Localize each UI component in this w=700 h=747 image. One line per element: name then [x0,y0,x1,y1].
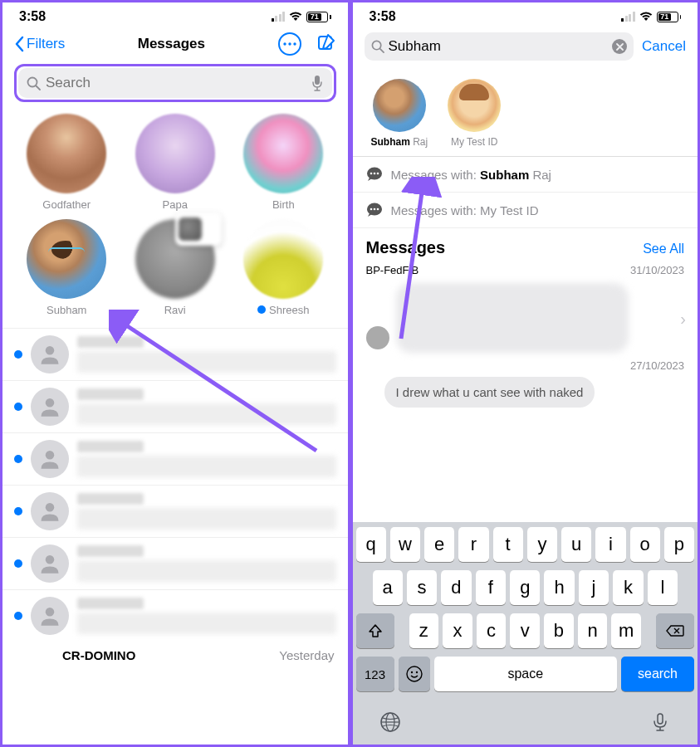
messages-with-link[interactable]: Messages with: Subham Raj [353,157,698,193]
compose-button[interactable] [316,32,336,56]
emoji-key[interactable] [399,657,430,691]
result-meta: BP-FedFiB 31/10/2023 [353,261,698,283]
keyboard-footer [356,700,695,738]
search-input[interactable] [46,75,306,91]
svg-line-15 [379,49,383,52]
keyboard: q w e r t y u i o p a s d f g h j k l z … [353,522,698,745]
key-t[interactable]: t [493,527,523,562]
key-p[interactable]: p [664,527,694,562]
avatar [27,114,106,193]
avatar [31,440,69,478]
key-c[interactable]: c [477,613,507,648]
search-box[interactable] [18,68,332,98]
dictation-icon[interactable] [649,711,671,733]
svg-point-24 [407,666,422,681]
status-icons: 71 [272,12,331,22]
pinned-contact-ravi[interactable]: Ravi [123,219,228,316]
person-icon [38,500,61,523]
key-x[interactable]: x [443,613,472,648]
key-o[interactable]: o [630,527,660,562]
search-field[interactable] [365,32,634,61]
numbers-key[interactable]: 123 [356,657,394,691]
key-row-1: q w e r t y u i o p [356,527,695,562]
key-a[interactable]: a [373,570,403,605]
pinned-contact-shreesh[interactable]: Shreesh [231,219,336,316]
pinned-contact-subham[interactable]: Subham [14,219,120,316]
clear-button[interactable] [612,39,627,54]
list-item[interactable] [2,589,348,642]
svg-rect-6 [315,76,320,85]
key-n[interactable]: n [578,613,608,648]
filters-button[interactable]: Filters [14,36,65,52]
avatar [31,388,69,426]
key-e[interactable]: e [424,527,454,562]
pinned-contact-birth[interactable]: Birth [231,114,336,211]
wifi-icon [639,12,653,22]
key-z[interactable]: z [409,613,439,648]
key-r[interactable]: r [458,527,488,562]
key-b[interactable]: b [544,613,574,648]
key-k[interactable]: k [613,570,643,605]
person-icon [38,395,61,418]
search-key[interactable]: search [621,657,694,691]
more-button[interactable] [278,32,301,56]
svg-point-19 [376,173,379,175]
key-s[interactable]: s [407,570,437,605]
pinned-contact-godfather[interactable]: Godfather [14,114,120,211]
key-u[interactable]: u [561,527,591,562]
key-l[interactable]: l [648,570,678,605]
mic-icon[interactable] [311,75,324,91]
compose-icon [316,32,336,52]
shift-key[interactable] [356,613,394,648]
messages-with-link[interactable]: Messages with: My Test ID [353,193,698,228]
message-bubble[interactable]: I drew what u cant see with naked [384,377,595,408]
pinned-contact-papa[interactable]: Papa [123,114,228,211]
cancel-button[interactable]: Cancel [642,38,686,55]
conversation-list[interactable]: CR-DOMINOYesterday [2,328,348,745]
key-f[interactable]: f [476,570,506,605]
see-all-button[interactable]: See All [643,242,684,256]
list-item[interactable] [2,485,348,537]
avatar [243,114,323,193]
message-result[interactable]: › [353,283,698,359]
key-q[interactable]: q [356,527,386,562]
sender-name: CR-DOMINO [62,648,135,662]
key-y[interactable]: y [527,527,557,562]
globe-icon[interactable] [379,711,401,733]
sender-name: BP-FedFiB [366,264,419,276]
svg-point-22 [373,208,375,211]
key-h[interactable]: h [544,570,574,605]
space-key[interactable]: space [434,657,618,691]
key-w[interactable]: w [390,527,420,562]
pin-label: Subham [47,304,86,316]
list-item[interactable]: CR-DOMINOYesterday [2,642,348,662]
svg-point-8 [46,398,55,408]
list-item[interactable] [2,328,348,380]
list-item[interactable] [2,432,348,485]
avatar [31,492,69,530]
messages-section-header: Messages See All [353,228,698,261]
key-g[interactable]: g [510,570,540,605]
conversation-links: Messages with: Subham Raj Messages with:… [353,156,698,228]
key-m[interactable]: m [611,613,641,648]
status-time: 3:58 [370,9,396,24]
list-item[interactable] [2,380,348,432]
key-d[interactable]: d [441,570,471,605]
contact-result-subham[interactable]: Subham Raj [371,79,428,148]
contact-result-mytestid[interactable]: My Test ID [448,79,501,148]
key-j[interactable]: j [579,570,609,605]
chevron-right-icon: › [680,310,686,329]
backspace-key[interactable] [656,613,694,648]
key-i[interactable]: i [595,527,625,562]
status-bar: 3:58 71 [2,2,348,27]
key-v[interactable]: v [510,613,540,648]
unread-dot-icon [257,305,266,314]
list-item[interactable] [2,537,348,589]
key-row-2: a s d f g h j k l [356,570,695,605]
avatar [31,544,69,583]
svg-point-0 [283,42,286,45]
search-input[interactable] [389,38,609,55]
timestamp: Yesterday [279,648,334,662]
svg-point-23 [376,208,379,211]
avatar [448,79,501,132]
